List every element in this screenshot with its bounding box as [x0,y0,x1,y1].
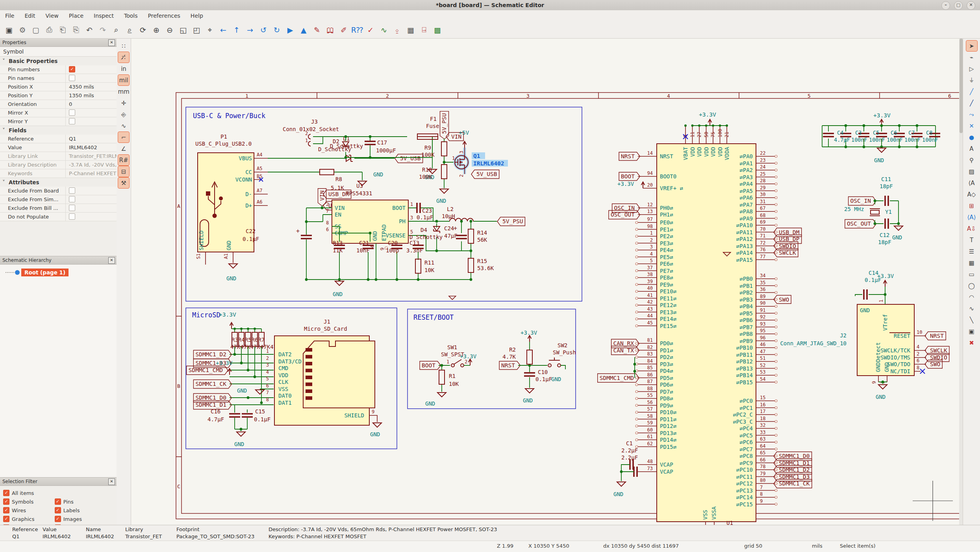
bus-entry-icon[interactable]: ⤳ [966,109,977,120]
draw-wire-icon[interactable]: ╱ [966,86,977,97]
classes-label-icon[interactable]: A◇ [966,189,977,200]
highlight-net-icon[interactable]: ⌁ [966,52,977,63]
position-y-field[interactable]: 1350 mils [66,91,117,100]
hv-wires-icon[interactable]: ⌐ [118,132,129,143]
menu-item[interactable]: Preferences [143,13,185,19]
position-x-field[interactable]: 4350 mils [66,83,117,91]
print-icon[interactable]: ⎙ [43,24,56,36]
schematic-setup-icon[interactable]: ⚙ [16,24,29,36]
hierarchy-navigator-icon[interactable]: ⊟ [118,166,129,177]
simulator-icon[interactable]: ∿ [378,24,390,36]
delete-tool-icon[interactable]: ✖ [966,337,977,348]
global-label-icon[interactable]: ⟨A⟩ [966,212,977,222]
mirror-h-icon[interactable]: ▲ [297,24,310,36]
mirror-y-checkbox[interactable] [69,118,75,124]
zoom-out-icon[interactable]: ⊖ [163,24,176,36]
menu-item[interactable]: File [0,13,19,19]
find-icon[interactable]: ⌕ [110,24,122,36]
r8-resistor[interactable]: R8 5.1K GND [268,169,383,191]
orientation-field[interactable]: 0 [66,100,117,108]
refresh-icon[interactable]: ⟳ [137,24,149,36]
net-label-boot[interactable]: BOOT [420,361,441,370]
nav-up-icon[interactable]: ↑ [230,24,243,36]
annotate-auto-icon[interactable]: R# [118,155,129,165]
dnp-checkbox[interactable] [69,213,75,220]
junction-icon[interactable]: ● [966,132,977,143]
net-label-icon[interactable]: A [966,143,977,154]
decoupling-cap-bank[interactable]: +3.3V C4 4.7µF C3 100nF C5 100nF C6 100n… [822,112,940,163]
crosshair-cursor-icon[interactable]: ✛ [118,98,129,108]
net-label-osc-out[interactable]: OSC_OUT [845,220,876,228]
text-box-icon[interactable]: ☰ [966,246,977,257]
filter-checkbox-item[interactable]: ✓Wires [3,506,55,515]
zoom-fit-icon[interactable]: ◱ [177,24,189,36]
open-pcbnew-icon[interactable]: ▩ [431,24,444,36]
usb-power-block[interactable]: USB-C & Power/Buck P1 USB_C_Plug_USB2.0 … [186,107,582,301]
jtag-connector[interactable]: C14 0.1µF +3.3V J2 Conn_ARM_JTAG_SWD_10 … [723,252,949,400]
sheet-pin-icon[interactable]: ⊞ [966,200,977,211]
VDD[interactable]: 27 VDD [696,124,702,157]
zoom-in-icon[interactable]: ⊕ [150,24,163,36]
erc-icon[interactable]: ✓ [364,24,377,36]
filter-checkbox-item[interactable]: ✓Graphics [3,515,55,524]
net-label-sdmmc1-d2[interactable]: SDMMC1_D2 [193,350,232,359]
value-field[interactable]: IRLML6402 [66,143,117,152]
nav-back-icon[interactable]: ← [217,24,230,36]
reference-field[interactable]: Q1 [66,135,117,143]
VDD[interactable]: 11 VDD [689,124,696,157]
net-label-osc-in[interactable]: OSC_IN [848,197,876,206]
zoom-selection-icon[interactable]: ⌖ [204,24,216,36]
menu-item[interactable]: View [41,13,64,19]
nrst-reset-circuit[interactable]: NRST R2 4.7K +3.3V C10 0.1µF GND SW2 SW_… [449,296,576,404]
fields-table-icon[interactable]: ▦ [404,24,417,36]
rotate-cw-icon[interactable]: ↻ [270,24,283,36]
rotate-ccw-icon[interactable]: ↺ [257,24,270,36]
rectangle-icon[interactable]: ▭ [966,269,977,280]
net-label-5v-psu-out[interactable]: 5V_PSU [497,217,525,226]
exclude-sim-checkbox[interactable] [69,196,75,202]
VDD[interactable]: 100 VDD [717,124,723,157]
menu-item[interactable]: Help [185,13,208,19]
menu-item[interactable]: Tools [119,13,143,19]
save-icon[interactable]: ▣ [3,24,15,36]
close-icon[interactable]: ✕ [108,478,115,485]
arc-icon[interactable]: ◠ [966,292,977,302]
pin-numbers-checkbox[interactable]: ✓ [69,66,75,72]
close-icon[interactable]: ✕ [108,257,115,264]
maximize-button[interactable]: ▢ [954,1,963,10]
p1-usb-connector[interactable]: P1 USB_C_Plug_USB2.0 VBUS CC VCONN D- D+… [195,133,268,282]
exclude-bom-checkbox[interactable] [69,205,75,211]
filter-checkbox-item[interactable]: ✓All items [3,489,115,498]
net-label-sdmmc1-cmd[interactable]: SDMMC1_CMD [187,366,228,375]
directive-label-icon[interactable]: ⚲ [966,155,977,165]
net-label-5v-usb[interactable]: 5V_USB [395,154,423,163]
crystal-circuit[interactable]: OSC_IN OSC_OUT C11 18pF 25 MHz Y1 C12 18… [844,176,903,245]
net-label-nrst-jtag[interactable]: NRST [925,332,946,340]
menu-item[interactable]: Inspect [89,13,119,19]
reset-boot-block[interactable]: RESET/BOOT BOOT R1 10K GND SW1 SW_SPST 1… [408,296,576,409]
image-icon[interactable]: ▣ [966,326,977,337]
VDDA[interactable]: 21 VDDA [724,124,730,160]
filter-checkbox-item[interactable]: ✓Pins [55,498,106,506]
hidden-pins-icon[interactable]: ⎆ [118,109,129,120]
filter-checkbox-item[interactable]: ✓Labels [55,506,106,515]
zoom-objects-icon[interactable]: ◰ [190,24,203,36]
place-symbol-icon[interactable]: ▷ [966,63,977,74]
import-sheet-pin-icon[interactable]: A⇩ [966,223,977,234]
exclude-board-checkbox[interactable] [69,187,75,194]
minimize-button[interactable]: – [941,1,950,10]
net-label-sdmmc1-ck[interactable]: SDMMC1_CK [193,380,232,389]
assign-footprints-icon[interactable]: ⍚ [391,24,404,36]
microsd-block[interactable]: MicroSD +3.3V R3R4R5R6R7 47K47K47K47K47K… [186,308,397,449]
circle-icon[interactable]: ◯ [966,280,977,291]
filter-checkbox-item[interactable]: ✓Symbols [3,498,55,506]
table-icon[interactable]: ▦ [966,257,977,268]
draw-bus-icon[interactable]: ╱ [966,98,977,108]
net-label-nrst[interactable]: NRST [499,361,520,370]
erc-graph-icon[interactable]: ∿ [118,120,129,131]
root-page-label[interactable]: Root (page 1) [21,269,69,276]
edit-fields-icon[interactable]: ✐ [337,24,350,36]
no-connect-icon[interactable]: ✕ [966,120,977,131]
close-button[interactable]: ✕ [967,1,975,10]
line-icon[interactable]: ╲ [966,315,977,325]
